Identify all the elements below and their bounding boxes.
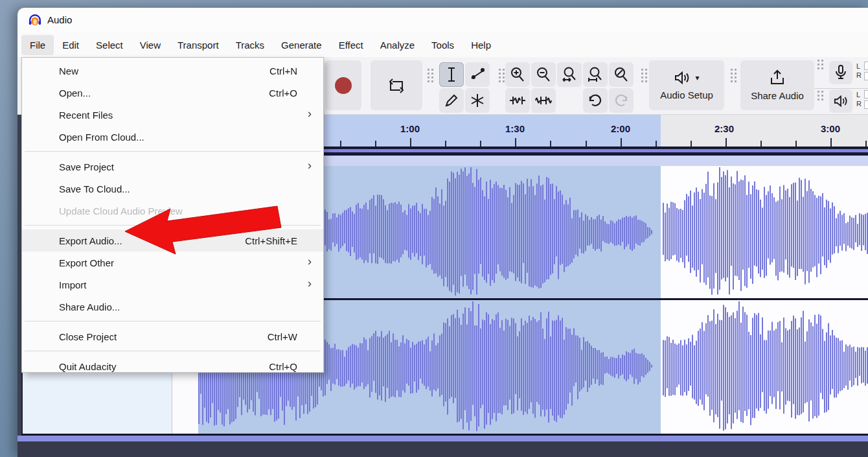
audio-setup-label: Audio Setup [660, 89, 713, 100]
playback-meter-button[interactable] [829, 89, 852, 113]
empty-project-area [17, 441, 868, 457]
window-title: Audio [47, 14, 72, 25]
zoom-in-icon [510, 67, 525, 82]
record-button[interactable] [325, 60, 361, 110]
share-audio-grip[interactable] [731, 69, 737, 86]
record-icon [334, 76, 352, 95]
menu-analyze[interactable]: Analyze [372, 35, 423, 55]
recording-meter-button[interactable] [829, 61, 852, 84]
menu-item-update-cloud-audio-preview: Update Cloud Audio Preview [22, 200, 323, 222]
menu-transport[interactable]: Transport [169, 35, 227, 55]
menu-item-new[interactable]: NewCtrl+N [22, 60, 323, 82]
menu-select[interactable]: Select [87, 35, 131, 55]
title-bar: Audio [17, 8, 868, 32]
zoom-toggle-button[interactable] [609, 62, 634, 87]
menu-item-import[interactable]: Import› [22, 274, 323, 296]
menu-item-open[interactable]: Open...Ctrl+O [22, 82, 323, 104]
audio-setup-button[interactable]: ▾ Audio Setup [649, 60, 724, 110]
playback-meter-left-bar[interactable] [864, 90, 868, 99]
trim-audio-button[interactable] [505, 88, 530, 113]
menu-item-export-other[interactable]: Export Other› [22, 252, 323, 274]
zoom-fit-project-button[interactable] [583, 62, 608, 87]
menu-item-save-to-cloud[interactable]: Save To Cloud... [22, 178, 323, 200]
undo-button[interactable] [583, 88, 608, 113]
share-audio-button[interactable]: Share Audio [740, 60, 814, 110]
submenu-chevron-icon: › [308, 158, 312, 172]
menu-tracks[interactable]: Tracks [227, 35, 273, 55]
menu-help[interactable]: Help [463, 35, 499, 55]
timeline-label: 2:30 [714, 123, 734, 134]
menu-effect[interactable]: Effect [330, 35, 372, 55]
tools-toolbar-grip[interactable] [428, 69, 434, 86]
playback-meter-right-bar[interactable] [864, 100, 868, 109]
menu-edit[interactable]: Edit [54, 35, 87, 55]
menu-item-share-audio[interactable]: Share Audio... [22, 296, 323, 318]
audio-setup-grip[interactable] [641, 69, 648, 86]
redo-icon [613, 94, 629, 107]
timeline-label: 2:00 [611, 123, 630, 134]
playback-meter-grip[interactable] [817, 91, 824, 104]
timeline-label: 1:30 [505, 123, 525, 134]
menu-tools[interactable]: Tools [423, 35, 463, 55]
envelope-icon [470, 67, 485, 82]
below-track-strip [17, 436, 868, 441]
recording-meter-left-bar[interactable] [864, 62, 868, 70]
ibeam-icon [445, 67, 458, 82]
menu-item-quit-audacity[interactable]: Quit AudacityCtrl+Q [22, 355, 323, 377]
menu-separator [22, 148, 323, 156]
share-upload-icon [769, 69, 786, 86]
submenu-chevron-icon: › [308, 276, 312, 290]
timeline-label: 3:00 [821, 123, 840, 134]
zoom-in-button[interactable] [505, 62, 530, 87]
submenu-chevron-icon: › [308, 254, 312, 268]
multi-tool-button[interactable] [465, 88, 490, 113]
meter-divider [815, 88, 868, 89]
zoom-selection-button[interactable] [557, 62, 582, 87]
zoom-fit-project-icon [588, 67, 603, 82]
zoom-selection-icon [562, 67, 577, 82]
recording-meter-grip[interactable] [817, 60, 824, 73]
zoom-out-icon [536, 67, 551, 82]
playback-meter-right-label: R [856, 100, 862, 108]
menu-item-close-project[interactable]: Close ProjectCtrl+W [22, 325, 323, 347]
menu-generate[interactable]: Generate [273, 35, 330, 55]
edit-toolbar-grip[interactable] [499, 69, 505, 86]
menu-bar: File Edit Select View Transport Tracks G… [17, 32, 868, 57]
silence-audio-icon [535, 95, 552, 106]
envelope-tool-button[interactable] [465, 62, 490, 87]
pencil-icon [444, 93, 459, 108]
recording-meter-right-label: R [856, 71, 862, 79]
loop-button[interactable] [371, 60, 422, 110]
menu-item-save-project[interactable]: Save Project› [22, 156, 323, 178]
undo-icon [588, 94, 603, 107]
menu-item-open-from-cloud[interactable]: Open From Cloud... [22, 126, 323, 148]
playback-meter-left-label: L [856, 91, 860, 99]
recording-meter-right-bar[interactable] [864, 72, 868, 80]
menu-separator [22, 222, 323, 229]
file-dropdown-menu: NewCtrl+N Open...Ctrl+O Recent Files› Op… [21, 57, 324, 373]
silence-audio-button[interactable] [531, 88, 556, 113]
audacity-window: Audio File Edit Select View Transport Tr… [17, 8, 868, 457]
trim-audio-icon [509, 95, 526, 106]
share-audio-label: Share Audio [751, 90, 804, 101]
playback-speaker-icon [833, 94, 849, 108]
menu-separator [22, 318, 323, 325]
zoom-toggle-icon [613, 67, 629, 82]
timeline-label: 1:00 [400, 123, 420, 134]
zoom-out-button[interactable] [531, 62, 556, 87]
multi-tool-icon [470, 93, 485, 108]
dropdown-caret-icon: ▾ [695, 73, 699, 82]
selection-tool-button[interactable] [439, 62, 464, 87]
menu-file[interactable]: File [21, 35, 54, 55]
microphone-icon [835, 65, 847, 80]
recording-meter-left-label: L [856, 62, 860, 70]
loop-icon [387, 76, 406, 95]
menu-view[interactable]: View [131, 35, 169, 55]
draw-tool-button[interactable] [439, 88, 464, 113]
menu-item-recent-files[interactable]: Recent Files› [22, 104, 323, 126]
menu-item-export-audio[interactable]: Export Audio...Ctrl+Shift+E [22, 229, 323, 252]
redo-button[interactable] [609, 88, 634, 113]
menu-separator [22, 347, 323, 355]
speaker-icon [674, 70, 691, 86]
submenu-chevron-icon: › [308, 106, 312, 121]
